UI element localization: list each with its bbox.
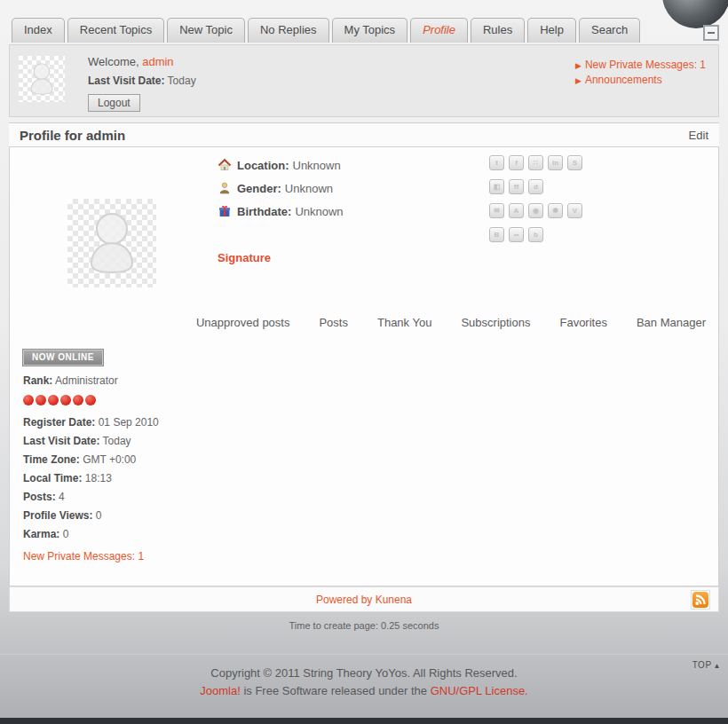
- person-silhouette-icon: [67, 199, 156, 287]
- yim-icon[interactable]: ✉: [489, 203, 504, 218]
- license-text: Joomla! is Free Software released under …: [0, 684, 728, 697]
- collapse-module-icon[interactable]: [703, 25, 719, 41]
- announcements-link[interactable]: Announcements: [585, 74, 662, 86]
- stat-profile-views: Profile Views: 0: [23, 507, 159, 525]
- last-visit-value: Today: [168, 75, 196, 87]
- profile-tab-unapproved-posts[interactable]: Unapproved posts: [196, 316, 290, 329]
- delicious-icon[interactable]: ◧: [489, 179, 504, 194]
- twitter-icon[interactable]: t: [489, 155, 504, 170]
- stat-register-date: Register Date: 01 Sep 2010: [23, 413, 159, 432]
- aim-icon[interactable]: A: [509, 203, 524, 218]
- friendfeed-icon[interactable]: ff: [509, 179, 524, 194]
- new-private-messages-link[interactable]: New Private Messages: 1: [23, 547, 144, 566]
- stat-label: Time Zone:: [23, 453, 80, 466]
- rss-icon[interactable]: [691, 590, 710, 610]
- stat-value: GMT +0:00: [80, 453, 136, 466]
- social-icons-grid: tf∷inS◧ffd✉A◉✽VB••b: [489, 155, 582, 251]
- joomla-link[interactable]: Joomla!: [200, 684, 241, 697]
- last-visit-line: Last Visit Date: Today: [88, 75, 196, 87]
- page-generation-time: Time to create page: 0.25 seconds: [9, 620, 719, 631]
- up-triangle-icon: ▲: [714, 662, 721, 670]
- tab-rules[interactable]: Rules: [471, 18, 525, 43]
- person-silhouette-icon: [19, 56, 65, 102]
- stat-value: 01 Sep 2010: [95, 416, 158, 429]
- profile-tab-thank-you[interactable]: Thank You: [377, 316, 431, 329]
- stat-last-visit-date: Last Visit Date: Today: [23, 432, 159, 451]
- tab-new-topic[interactable]: New Topic: [167, 18, 245, 43]
- home-icon: [218, 158, 232, 172]
- profile-tab-ban-manager[interactable]: Ban Manager: [637, 316, 706, 329]
- profile-tab-favorites[interactable]: Favorites: [559, 316, 606, 329]
- icq-icon[interactable]: ✽: [548, 203, 563, 218]
- welcome-links: ▶New Private Messages: 1▶Announcements: [575, 45, 718, 116]
- profile-tab-posts[interactable]: Posts: [319, 316, 348, 329]
- social-icon-row: ◧ffd: [489, 179, 582, 194]
- detail-value: Unknown: [293, 159, 341, 172]
- profile-stats: NOW ONLINE Rank: Administrator Register …: [23, 350, 159, 566]
- myspace-icon[interactable]: ∷: [528, 155, 543, 170]
- stat-label: Local Time:: [23, 472, 82, 484]
- rank-label: Rank:: [23, 374, 52, 387]
- profile-panel: Location:UnknownGender:UnknownBirthdate:…: [9, 147, 719, 586]
- social-icon-row: B••b: [489, 227, 582, 242]
- rank-dot-icon: [36, 395, 46, 405]
- welcome-link-row: ▶New Private Messages: 1: [575, 59, 706, 71]
- stat-label: Karma:: [23, 528, 59, 540]
- welcome-link-row: ▶Announcements: [575, 74, 706, 86]
- linkedin-icon[interactable]: in: [548, 155, 563, 170]
- gtalk-icon[interactable]: V: [567, 203, 582, 218]
- tab-help[interactable]: Help: [527, 18, 576, 43]
- profile-tab-subscriptions[interactable]: Subscriptions: [461, 316, 530, 329]
- edit-profile-link[interactable]: Edit: [689, 129, 708, 142]
- tab-my-topics[interactable]: My Topics: [332, 18, 408, 43]
- blogger-icon[interactable]: B: [489, 227, 504, 242]
- stat-value: 4: [56, 491, 65, 503]
- new-private-messages-1-link[interactable]: New Private Messages: 1: [585, 59, 706, 71]
- detail-row-gender: Gender:Unknown: [218, 181, 344, 195]
- social-icon-row: tf∷inS: [489, 155, 582, 170]
- user-avatar-small[interactable]: [19, 56, 65, 102]
- rank-dot-icon: [23, 395, 34, 405]
- profile-header-bar: Profile for admin Edit: [9, 122, 719, 147]
- rank-dots: [23, 395, 159, 405]
- skype-icon[interactable]: S: [567, 155, 582, 170]
- detail-label: Birthdate:: [237, 205, 291, 218]
- rss-glyph: [692, 591, 709, 609]
- tab-search[interactable]: Search: [579, 18, 640, 43]
- page-title: Profile for admin: [20, 128, 125, 143]
- facebook-icon[interactable]: f: [509, 155, 524, 170]
- rank-dot-icon: [85, 395, 96, 405]
- site-footer: TOP▲ Copyright © 2011 String Theory YoYo…: [0, 654, 728, 697]
- bottom-bar: [0, 718, 728, 724]
- detail-row-location: Location:Unknown: [218, 158, 344, 172]
- tab-index[interactable]: Index: [12, 18, 65, 43]
- main-nav-tabs: IndexRecent TopicsNew TopicNo RepliesMy …: [9, 16, 719, 43]
- top-link[interactable]: TOP▲: [692, 660, 721, 670]
- tab-no-replies[interactable]: No Replies: [248, 18, 329, 43]
- flickr-icon[interactable]: ••: [509, 227, 524, 242]
- stat-karma: Karma: 0: [23, 525, 159, 544]
- powered-by-kunena-link[interactable]: Powered by Kunena: [316, 594, 412, 606]
- signature-link[interactable]: Signature: [218, 251, 271, 264]
- tab-recent-topics[interactable]: Recent Topics: [67, 18, 164, 43]
- msn-icon[interactable]: ◉: [528, 203, 543, 218]
- logout-button[interactable]: Logout: [88, 94, 140, 112]
- stat-value: 0: [59, 528, 68, 540]
- powered-by-row: Powered by Kunena: [9, 586, 719, 612]
- stat-rows: Register Date: 01 Sep 2010Last Visit Dat…: [23, 413, 159, 544]
- stat-value: Today: [99, 435, 131, 447]
- stat-label: Posts:: [23, 491, 56, 503]
- tab-profile[interactable]: Profile: [410, 18, 468, 43]
- copyright-text: Copyright © 2011 String Theory YoYos. Al…: [0, 666, 728, 680]
- welcome-greeting: Welcome, admin: [88, 55, 196, 68]
- gpl-license-link[interactable]: GNU/GPL License.: [431, 684, 528, 697]
- username-link[interactable]: admin: [142, 55, 173, 68]
- stat-label: Last Visit Date:: [23, 435, 99, 447]
- profile-details: Location:UnknownGender:UnknownBirthdate:…: [218, 158, 344, 227]
- gift-icon: [218, 204, 232, 218]
- rank-value: Administrator: [55, 374, 118, 387]
- digg-icon[interactable]: d: [528, 179, 543, 194]
- bebo-icon[interactable]: b: [528, 227, 543, 242]
- detail-value: Unknown: [295, 205, 343, 218]
- stat-label: Register Date:: [23, 416, 95, 429]
